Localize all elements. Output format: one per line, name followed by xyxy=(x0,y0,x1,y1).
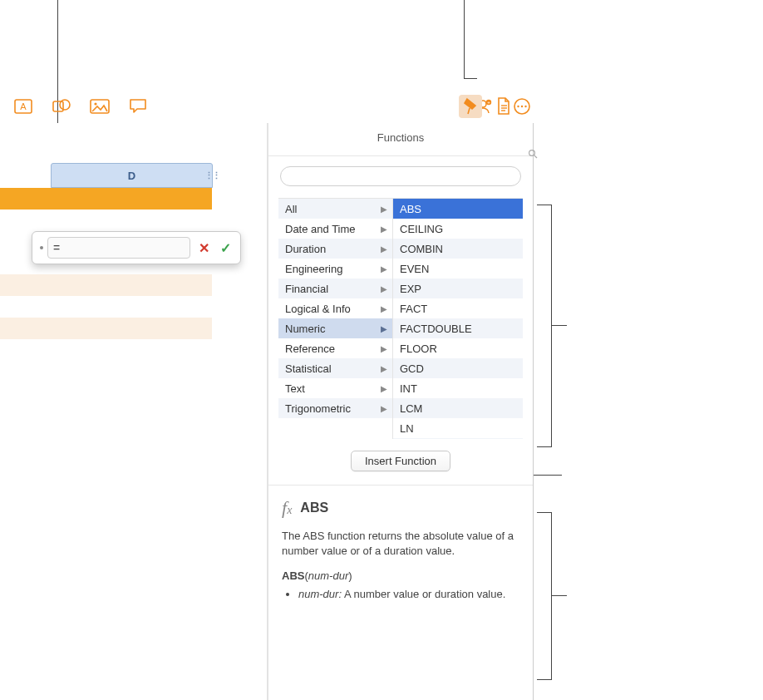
function-label: ABS xyxy=(400,203,421,215)
function-label: FLOOR xyxy=(400,343,437,355)
function-label: CEILING xyxy=(400,223,443,235)
chevron-right-icon: ▶ xyxy=(381,364,387,373)
svg-point-11 xyxy=(521,106,523,107)
toolbar: A + xyxy=(0,90,534,123)
column-label: D xyxy=(128,170,135,182)
column-drag-handle-icon[interactable]: ⋮⋮ xyxy=(209,167,215,184)
category-label: Financial xyxy=(285,283,328,295)
chevron-right-icon: ▶ xyxy=(381,384,387,393)
category-label: Numeric xyxy=(285,323,325,335)
category-label: Logical & Info xyxy=(285,303,351,315)
function-arg: num-dur: A number value or duration valu… xyxy=(298,587,519,602)
image-icon[interactable] xyxy=(88,95,111,118)
chevron-right-icon: ▶ xyxy=(381,284,387,293)
category-label: All xyxy=(285,203,297,215)
search-icon xyxy=(528,149,538,161)
function-item[interactable]: FACTDOUBLE xyxy=(393,318,523,338)
function-item[interactable]: LN xyxy=(393,418,523,438)
function-item[interactable]: COMBIN xyxy=(393,239,523,259)
function-label: EXP xyxy=(400,283,421,295)
svg-point-16 xyxy=(529,150,535,156)
category-item[interactable]: Reference▶ xyxy=(278,338,392,358)
search-input[interactable] xyxy=(280,166,521,186)
formula-editor: = ✕ ✓ xyxy=(32,231,241,264)
chevron-right-icon: ▶ xyxy=(381,404,387,413)
category-label: Duration xyxy=(285,243,326,255)
toolbar-right xyxy=(459,90,515,123)
category-label: Reference xyxy=(285,343,335,355)
function-name: ABS xyxy=(300,500,328,515)
svg-point-3 xyxy=(60,100,70,110)
function-item[interactable]: ABS xyxy=(393,199,523,219)
document-icon[interactable] xyxy=(492,95,515,118)
function-description: fx ABS The ABS function returns the abso… xyxy=(268,486,533,602)
functions-panel: Functions All▶Date and Time▶Duration▶Eng… xyxy=(268,123,534,700)
function-list: ABSCEILINGCOMBINEVENEXPFACTFACTDOUBLEFLO… xyxy=(393,199,523,439)
category-item[interactable]: Numeric▶ xyxy=(278,318,392,338)
sheet-row-stripe xyxy=(0,274,212,296)
function-signature: ABS(num-dur) xyxy=(282,569,519,582)
formula-input[interactable]: = xyxy=(47,237,190,259)
function-item[interactable]: CEILING xyxy=(393,219,523,239)
category-item[interactable]: Statistical▶ xyxy=(278,358,392,378)
function-item[interactable]: EXP xyxy=(393,279,523,298)
category-label: Date and Time xyxy=(285,223,356,235)
formula-accept-button[interactable]: ✓ xyxy=(217,239,234,256)
svg-rect-2 xyxy=(53,101,63,111)
function-label: INT xyxy=(400,382,417,395)
function-summary: The ABS function returns the absolute va… xyxy=(282,529,519,558)
category-item[interactable]: Logical & Info▶ xyxy=(278,298,392,318)
function-item[interactable]: GCD xyxy=(393,358,523,378)
category-item[interactable]: Trigonometric▶ xyxy=(278,398,392,418)
category-label: Engineering xyxy=(285,263,342,275)
comment-icon[interactable] xyxy=(126,95,150,118)
formula-drag-dot-icon[interactable] xyxy=(40,246,43,249)
svg-point-5 xyxy=(94,102,96,105)
function-label: EVEN xyxy=(400,263,429,275)
function-item[interactable]: LOG xyxy=(393,438,523,439)
category-item[interactable]: Engineering▶ xyxy=(278,259,392,279)
category-item[interactable]: Duration▶ xyxy=(278,239,392,259)
panel-title: Functions xyxy=(268,123,533,155)
category-item[interactable]: Date and Time▶ xyxy=(278,219,392,239)
category-label: Trigonometric xyxy=(285,402,351,415)
svg-text:A: A xyxy=(20,101,27,111)
spreadsheet-area xyxy=(0,123,268,700)
shape-icon[interactable] xyxy=(50,95,73,118)
column-header-D[interactable]: D ⋮⋮ xyxy=(51,163,213,188)
svg-point-12 xyxy=(524,106,526,107)
category-list: All▶Date and Time▶Duration▶Engineering▶F… xyxy=(278,199,393,439)
function-label: COMBIN xyxy=(400,243,443,255)
function-label: GCD xyxy=(400,362,424,375)
fx-icon: fx xyxy=(282,497,292,519)
header-row xyxy=(0,188,212,210)
formula-cancel-button[interactable]: ✕ xyxy=(195,239,212,256)
function-label: LN xyxy=(400,422,414,435)
function-item[interactable]: INT xyxy=(393,378,523,398)
chevron-right-icon: ▶ xyxy=(381,244,387,254)
svg-line-17 xyxy=(534,155,537,158)
function-item[interactable]: FLOOR xyxy=(393,338,523,358)
chevron-right-icon: ▶ xyxy=(381,224,387,234)
function-browser: All▶Date and Time▶Duration▶Engineering▶F… xyxy=(278,198,523,439)
category-label: Text xyxy=(285,382,305,395)
chevron-right-icon: ▶ xyxy=(381,324,387,333)
function-item[interactable]: FACT xyxy=(393,298,523,318)
category-item[interactable]: Text▶ xyxy=(278,378,392,398)
sheet-row-stripe xyxy=(0,318,212,339)
category-item[interactable]: Financial▶ xyxy=(278,279,392,298)
chevron-right-icon: ▶ xyxy=(381,344,387,353)
svg-point-10 xyxy=(517,106,519,107)
format-brush-icon[interactable] xyxy=(459,95,482,118)
function-item[interactable]: EVEN xyxy=(393,259,523,279)
search-wrap xyxy=(268,156,533,193)
chevron-right-icon: ▶ xyxy=(381,304,387,313)
category-label: Statistical xyxy=(285,362,332,375)
function-label: LCM xyxy=(400,402,422,415)
text-box-icon[interactable]: A xyxy=(12,95,35,118)
chevron-right-icon: ▶ xyxy=(381,205,387,214)
function-label: FACT xyxy=(400,303,427,315)
category-item[interactable]: All▶ xyxy=(278,199,392,219)
function-item[interactable]: LCM xyxy=(393,398,523,418)
insert-function-button[interactable]: Insert Function xyxy=(351,451,450,471)
